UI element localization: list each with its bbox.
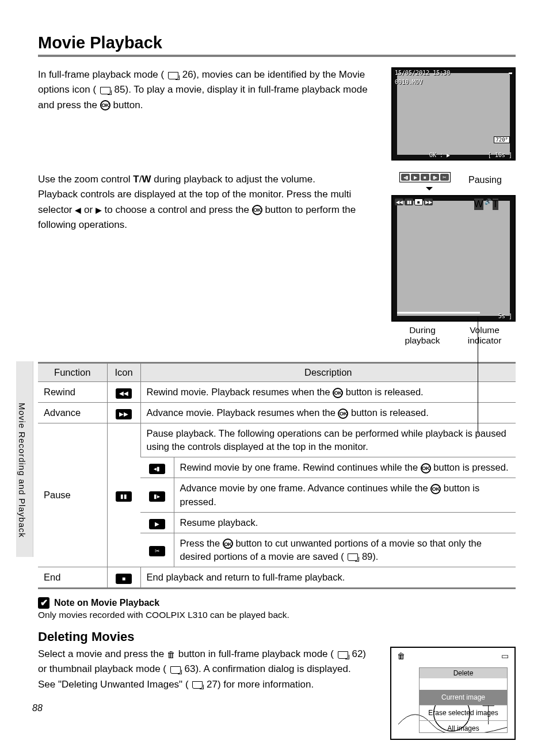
delete-opt-all: All images — [420, 720, 507, 736]
side-section-label: Movie Recording and Playback — [17, 403, 27, 538]
advance-icon: ▶▶ — [116, 409, 132, 419]
cut-icon: ✂ — [149, 546, 165, 556]
progress-bar — [397, 312, 480, 314]
controls-table: Function Icon Description Rewind ◀◀ Rewi… — [38, 362, 516, 589]
note-heading: ✔ Note on Movie Playback — [38, 597, 516, 609]
ok-icon: OK — [100, 100, 110, 110]
text: button is released. — [346, 387, 424, 397]
page-number: 88 — [32, 703, 43, 713]
stop-icon: ■ — [421, 174, 429, 181]
text: Advance movie by one frame. Advance cont… — [180, 483, 431, 493]
play-icon: ▶ — [149, 519, 165, 529]
text: Resume playback. — [174, 512, 516, 533]
cut-icon: ✂ — [440, 174, 449, 181]
fn-desc: Rewind movie. Playback resumes when the … — [140, 382, 516, 403]
text: button. — [113, 100, 143, 110]
audio-indicator: W 🔊 T — [474, 198, 498, 210]
book-icon — [170, 666, 181, 674]
resolution-badge: 720ᴾ — [494, 136, 510, 143]
page-title: Movie Playback — [38, 33, 516, 52]
volume-callout-line — [478, 317, 478, 434]
title-rule — [38, 55, 516, 57]
advance-icon: ▶▶ — [424, 198, 433, 205]
frame-rewind-icon: ◂▮ — [149, 464, 165, 474]
book-icon — [192, 681, 203, 689]
deleting-heading: Deleting Movies — [38, 629, 516, 644]
th-icon: Icon — [107, 363, 140, 382]
ok-icon: OK — [421, 463, 431, 474]
text: to choose a control and press the — [105, 204, 252, 215]
fn-desc: Advance movie. Playback resumes when the… — [140, 403, 516, 423]
playback-paragraph: Use the zoom control T/W during playback… — [38, 172, 378, 346]
book-icon — [348, 553, 358, 561]
ok-icon: OK — [338, 408, 348, 419]
text: button is pressed. — [433, 462, 508, 472]
pause-sub-table: ◂▮ Rewind movie by one frame. Rewind con… — [140, 457, 516, 567]
fn-name: Advance — [38, 403, 107, 423]
fn-desc: Pause playback. The following operations… — [140, 423, 516, 457]
text: Press the — [180, 538, 223, 548]
zoom-t: T — [133, 174, 139, 185]
text: button is released. — [351, 407, 429, 418]
table-row: Rewind ◀◀ Rewind movie. Playback resumes… — [38, 382, 516, 403]
zoom-w: W — [142, 174, 151, 185]
ok-play-hint: OK : ▶ — [429, 152, 450, 158]
fn-desc: End playback and return to full-frame pl… — [140, 567, 516, 588]
delete-opt-erase: Erase selected images — [420, 705, 507, 720]
text: Use the zoom control — [38, 174, 133, 185]
note-title: Note on Movie Playback — [54, 598, 159, 608]
ok-icon: OK — [333, 388, 343, 398]
table-row: End ■ End playback and return to full-fr… — [38, 567, 516, 588]
rewind-icon: ◀◀ — [395, 198, 403, 205]
manual-page: Movie Recording and Playback 88 Movie Pl… — [0, 0, 549, 756]
time-remaining: 5s ] — [498, 313, 512, 319]
speaker-icon: 🔊 — [485, 198, 491, 210]
stop-icon: ■ — [116, 574, 132, 584]
screen-filename: 0010.MOV — [395, 79, 422, 85]
text: Rewind movie. Playback resumes when the — [147, 387, 333, 397]
ok-icon: OK — [252, 205, 262, 215]
check-icon: ✔ — [38, 597, 49, 609]
text: 89). — [362, 551, 378, 562]
text: In full-frame playback mode ( — [38, 69, 164, 80]
pausing-callout-bar: ◂▮ ▶ ■ ▮▸ ✂ — [399, 172, 451, 182]
frame-advance-icon: ▮▸ — [430, 174, 439, 181]
battery-icon: ▭ — [501, 651, 509, 660]
fn-name: Pause — [38, 423, 107, 567]
delete-menu: Delete Current image Erase selected imag… — [419, 667, 508, 733]
text: or — [84, 204, 96, 215]
ok-icon: OK — [430, 484, 441, 494]
pausing-label: Pausing — [468, 175, 502, 185]
text: 63). A confirmation dialog is displayed. — [184, 663, 350, 674]
text: Select a movie and press the — [38, 648, 167, 659]
text: during playback to adjust the volume. — [154, 174, 315, 185]
frame-advance-icon: ▮▸ — [149, 491, 165, 502]
th-function: Function — [38, 363, 107, 382]
table-row: Advance ▶▶ Advance movie. Playback resum… — [38, 403, 516, 423]
t-icon: T — [493, 198, 498, 210]
fn-name: End — [38, 567, 107, 588]
book-icon — [168, 72, 178, 79]
ok-icon: OK — [223, 539, 233, 549]
stop-icon-selected: ■ — [414, 198, 423, 205]
camera-screen-playback: ◀◀ ▮▮ ■ ▶▶ W 🔊 T 5s ] — [391, 195, 516, 322]
text: button in full-frame playback mode ( — [178, 648, 334, 659]
pause-icon: ▮▮ — [116, 491, 132, 502]
fn-name: Rewind — [38, 382, 107, 403]
play-icon: ▶ — [411, 174, 420, 181]
table-row: Pause ▮▮ Pause playback. The following o… — [38, 423, 516, 457]
th-description: Description — [140, 363, 516, 382]
trash-icon — [167, 650, 176, 659]
screen2-captions: During playback Volume indicator — [391, 325, 516, 346]
camera-screen-preview: 15/05/2012 15:30 ▬ 0010.MOV 720ᴾ OK : ▶ … — [391, 67, 516, 161]
right-arrow-icon — [96, 206, 102, 214]
volume-indicator-label: Volume indicator — [453, 325, 516, 346]
pause-icon: ▮▮ — [405, 198, 413, 205]
note-body: Only movies recorded with COOLPIX L310 c… — [38, 610, 516, 620]
trash-icon: 🗑 — [397, 651, 405, 660]
book-icon — [100, 87, 110, 94]
delete-dialog-screen: 🗑 ▭ Delete Current image Erase selected … — [390, 647, 516, 740]
callout-arrow — [426, 187, 433, 190]
left-arrow-icon — [75, 206, 81, 214]
time-remaining: [ 10s ] — [488, 152, 512, 158]
